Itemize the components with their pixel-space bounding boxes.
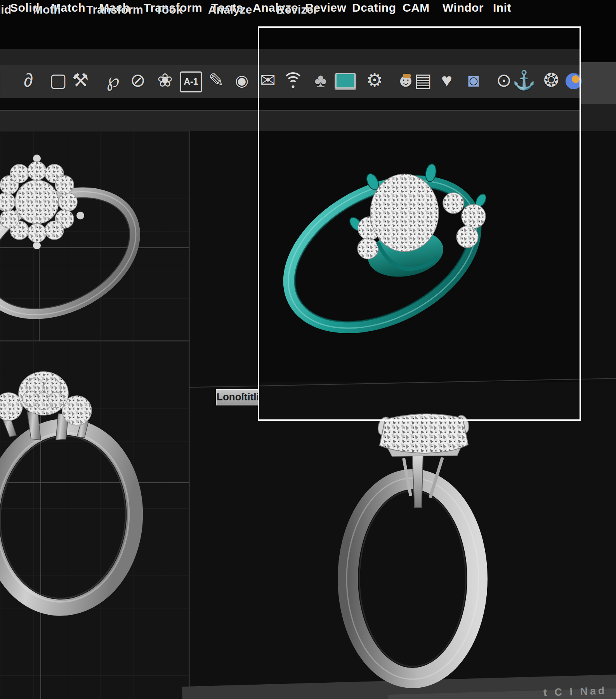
target-tool-icon[interactable]: ◉ — [229, 66, 254, 96]
diamond-cluster-head — [0, 155, 84, 249]
tab-revizer[interactable]: Revizer — [276, 0, 318, 21]
tab-analyze[interactable]: Analyze — [208, 0, 252, 21]
right-edge-strip-lower — [581, 104, 616, 131]
tab-moth[interactable]: Moth — [33, 0, 61, 21]
box-tool-icon[interactable]: ▢ — [46, 66, 71, 96]
menu-item-dcating[interactable]: Dcating — [352, 0, 396, 16]
curve-tool-icon[interactable]: ∂ — [16, 66, 41, 96]
pencil-tool-icon[interactable]: ✎ — [204, 66, 229, 96]
ring-render-bottom-right[interactable] — [326, 406, 508, 699]
menu-item-init[interactable]: Init — [493, 0, 511, 16]
ring-render-top-left[interactable] — [0, 148, 159, 341]
ring-render-bottom-left[interactable] — [0, 359, 198, 627]
cad-application-window: Solid Match Mach Transform Toots Analyze… — [0, 0, 616, 699]
prohibit-tool-icon[interactable]: ⊘ — [125, 66, 150, 96]
right-edge-strip-top — [581, 0, 616, 62]
tab-solid-partial[interactable]: lid — [0, 0, 11, 21]
loop-tool-icon[interactable]: ℘ — [101, 66, 125, 96]
status-text: t C l Nad — [543, 685, 607, 699]
highlight-rectangle — [258, 26, 581, 421]
right-edge-strip-toolbar — [581, 62, 616, 104]
tab-took[interactable]: Took — [156, 0, 182, 21]
menu-item-cam[interactable]: CAM — [403, 0, 430, 16]
three-stone-head — [0, 372, 92, 425]
tab-transform[interactable]: Transform — [86, 0, 143, 21]
partial-tool-icon[interactable]: ▍ — [0, 66, 14, 96]
a1-annotation-icon[interactable]: A-1 — [180, 71, 202, 92]
viewport-tooltip: Lonoſtitli — [216, 389, 259, 405]
flower-tool-icon[interactable]: ❀ — [153, 66, 177, 96]
menu-item-windor[interactable]: Windor — [442, 0, 484, 16]
hammer-tool-icon[interactable]: ⚒ — [68, 66, 93, 96]
